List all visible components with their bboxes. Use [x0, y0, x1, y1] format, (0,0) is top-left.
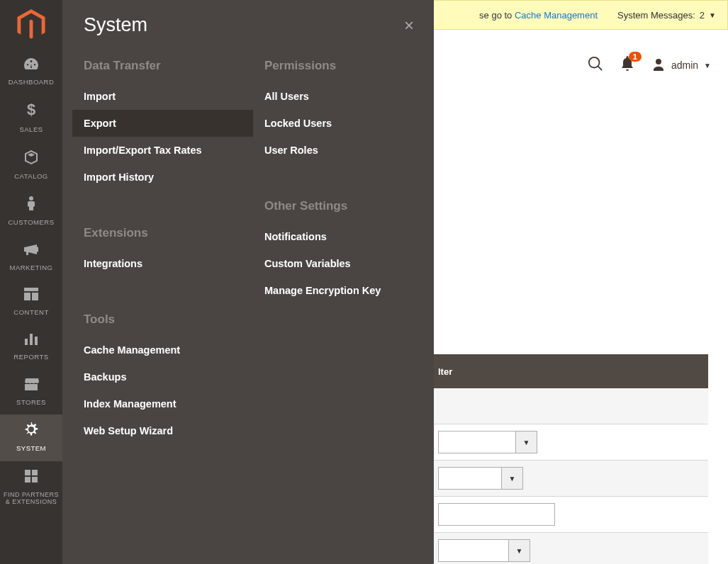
gear-icon — [23, 422, 39, 441]
search-icon[interactable] — [588, 56, 603, 74]
flyout-link-export[interactable]: Export — [72, 110, 253, 137]
sidebar-item-label: SYSTEM — [13, 444, 49, 452]
dashboard-icon — [23, 57, 40, 75]
user-label: admin — [671, 60, 698, 71]
flyout-link-manage-encryption-key[interactable]: Manage Encryption Key — [253, 277, 434, 304]
flyout-link-all-users[interactable]: All Users — [253, 83, 434, 110]
blocks-icon — [23, 468, 39, 488]
flyout-link-import-history[interactable]: Import History — [72, 164, 253, 191]
flyout-link-index-management[interactable]: Index Management — [72, 390, 253, 417]
avatar-icon — [651, 57, 666, 74]
close-icon[interactable]: × — [404, 16, 414, 35]
sidebar-item-label: STORES — [13, 398, 49, 406]
sidebar-item-customers[interactable]: CUSTOMERS — [0, 188, 62, 235]
sidebar-item-find-partners[interactable]: FIND PARTNERS & EXTENSIONS — [0, 461, 62, 515]
notification-badge: 1 — [629, 52, 642, 62]
sidebar-item-reports[interactable]: REPORTS — [0, 325, 62, 369]
magento-logo[interactable] — [0, 0, 62, 50]
flyout-link-custom-variables[interactable]: Custom Variables — [253, 250, 434, 277]
storefront-icon — [23, 377, 40, 395]
sidebar-item-system[interactable]: SYSTEM — [0, 414, 62, 461]
flyout-section-title: Tools — [72, 307, 253, 337]
flyout-link-locked-users[interactable]: Locked Users — [253, 110, 434, 137]
sidebar-item-sales[interactable]: $ SALES — [0, 94, 62, 142]
chevron-down-icon: ▼ — [709, 11, 716, 19]
flyout-link-backups[interactable]: Backups — [72, 363, 253, 390]
sidebar-item-label: CUSTOMERS — [5, 218, 57, 226]
dollar-icon: $ — [26, 101, 36, 123]
user-menu[interactable]: admin ▼ — [651, 57, 711, 74]
flyout-title: System — [84, 14, 147, 36]
layout-icon — [23, 287, 39, 305]
sidebar-item-label: CONTENT — [11, 308, 51, 316]
flyout-link-web-setup-wizard[interactable]: Web Setup Wizard — [72, 417, 253, 444]
dropdown-toggle-icon[interactable]: ▼ — [516, 431, 537, 453]
flyout-link-integrations[interactable]: Integrations — [72, 250, 253, 277]
column-header-filter: lter — [438, 366, 452, 377]
filter-input[interactable] — [438, 503, 555, 526]
dropdown-toggle-icon[interactable]: ▼ — [509, 539, 530, 562]
notifications-button[interactable]: 1 — [620, 56, 634, 74]
box-icon — [23, 150, 39, 169]
sidebar-item-label: DASHBOARD — [6, 78, 57, 86]
sidebar-item-catalog[interactable]: CATALOG — [0, 142, 62, 188]
flyout-column-right: Permissions All Users Locked Users User … — [253, 53, 434, 474]
flyout-link-cache-management[interactable]: Cache Management — [72, 337, 253, 363]
chevron-down-icon: ▼ — [704, 62, 711, 69]
sidebar-item-dashboard[interactable]: DASHBOARD — [0, 50, 62, 94]
main-sidebar: DASHBOARD $ SALES CATALOG CUSTOMERS MARK… — [0, 0, 62, 564]
flyout-column-left: Data Transfer Import Export Import/Expor… — [72, 53, 253, 474]
bars-icon — [23, 332, 39, 350]
sidebar-item-label: FIND PARTNERS & EXTENSIONS — [0, 491, 62, 507]
sidebar-item-stores[interactable]: STORES — [0, 370, 62, 414]
bell-icon — [620, 62, 634, 74]
flyout-link-notifications[interactable]: Notifications — [253, 223, 434, 250]
system-messages-toggle[interactable]: System Messages: 2 ▼ — [617, 10, 716, 21]
flyout-section-title: Other Settings — [253, 193, 434, 223]
sidebar-item-content[interactable]: CONTENT — [0, 280, 62, 325]
sidebar-item-label: SALES — [16, 125, 45, 133]
flyout-link-import-export-tax-rates[interactable]: Import/Export Tax Rates — [72, 137, 253, 164]
flyout-link-import[interactable]: Import — [72, 83, 253, 110]
filter-input[interactable] — [438, 467, 502, 490]
sidebar-item-marketing[interactable]: MARKETING — [0, 235, 62, 280]
sidebar-item-label: CATALOG — [11, 172, 51, 180]
flyout-link-user-roles[interactable]: User Roles — [253, 137, 434, 164]
system-flyout: System × Data Transfer Import Export Imp… — [62, 0, 434, 564]
sidebar-item-label: REPORTS — [11, 353, 51, 361]
flyout-section-title: Permissions — [253, 53, 434, 83]
filter-input[interactable] — [438, 539, 509, 562]
message-text: se go to Cache Management — [479, 10, 598, 21]
flyout-section-title: Extensions — [72, 220, 253, 250]
filter-input[interactable] — [438, 431, 516, 453]
flyout-section-title: Data Transfer — [72, 53, 253, 83]
megaphone-icon — [23, 242, 40, 261]
dropdown-toggle-icon[interactable]: ▼ — [502, 467, 523, 490]
svg-text:$: $ — [27, 101, 35, 118]
person-icon — [26, 196, 36, 215]
cache-management-link[interactable]: Cache Management — [515, 10, 598, 21]
sidebar-item-label: MARKETING — [7, 264, 56, 271]
